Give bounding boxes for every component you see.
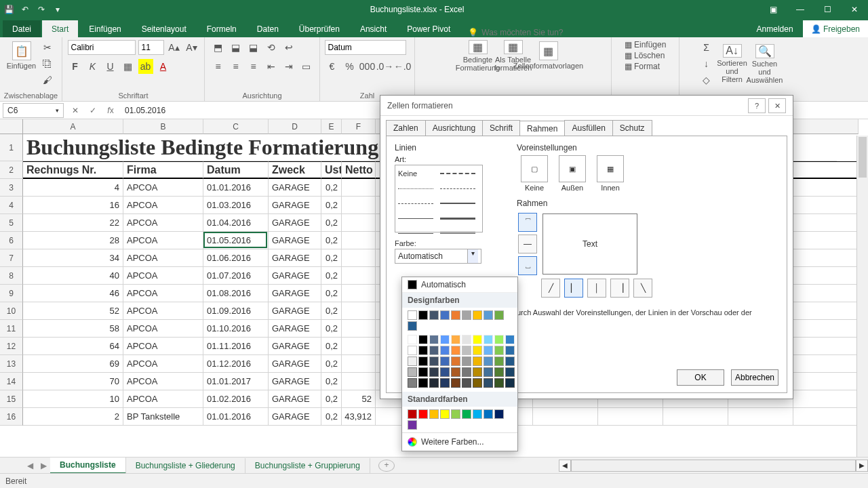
border-left-btn[interactable]: ▏ bbox=[564, 279, 583, 298]
cell[interactable] bbox=[342, 232, 376, 249]
cell[interactable]: 16 bbox=[23, 197, 123, 214]
cell[interactable]: APCOA bbox=[123, 355, 203, 373]
currency-icon[interactable]: € bbox=[325, 59, 340, 74]
cell[interactable] bbox=[793, 179, 859, 197]
cell[interactable]: 01.12.2016 bbox=[203, 355, 269, 373]
cell[interactable]: 28 bbox=[23, 232, 123, 249]
border-top-btn[interactable]: ⎴ bbox=[518, 213, 537, 232]
cell[interactable] bbox=[342, 338, 376, 355]
theme-shade[interactable] bbox=[429, 335, 439, 344]
cell[interactable]: 69 bbox=[23, 355, 123, 373]
dtab-ausfuellen[interactable]: Ausfüllen bbox=[564, 120, 612, 136]
cell[interactable] bbox=[793, 214, 859, 232]
theme-swatch[interactable] bbox=[408, 321, 417, 331]
fx-icon[interactable]: fx bbox=[102, 106, 119, 115]
theme-shade[interactable] bbox=[440, 335, 450, 344]
cell[interactable] bbox=[793, 338, 859, 355]
theme-shade[interactable] bbox=[418, 367, 428, 377]
theme-shade[interactable] bbox=[462, 357, 471, 366]
tab-formulas[interactable]: Formeln bbox=[197, 20, 246, 37]
line-style-5[interactable] bbox=[440, 168, 475, 179]
row-header-6[interactable]: 6 bbox=[0, 232, 23, 249]
cell-styles-button[interactable]: ▦ Zellenformatvorlagen bbox=[534, 40, 563, 71]
tab-insert[interactable]: Einfügen bbox=[79, 20, 130, 37]
cell[interactable] bbox=[342, 373, 376, 390]
merge-icon[interactable]: ▭ bbox=[299, 59, 314, 74]
cell[interactable]: APCOA bbox=[123, 197, 203, 214]
theme-shade[interactable] bbox=[451, 335, 460, 344]
cell[interactable]: 43,912 bbox=[342, 408, 376, 426]
theme-swatch[interactable] bbox=[451, 310, 460, 320]
theme-swatch[interactable] bbox=[429, 310, 439, 320]
border-right-btn[interactable]: ▕ bbox=[610, 279, 629, 298]
border-diag-up-btn[interactable]: ╱ bbox=[541, 279, 560, 298]
cell[interactable] bbox=[793, 355, 859, 373]
grow-font-icon[interactable]: A▴ bbox=[167, 40, 182, 55]
cell[interactable]: GARAGE bbox=[269, 355, 321, 373]
line-style-1[interactable] bbox=[398, 183, 433, 194]
cell[interactable] bbox=[598, 408, 663, 426]
cell[interactable] bbox=[793, 161, 859, 179]
row-header-15[interactable]: 15 bbox=[0, 390, 23, 408]
cell[interactable] bbox=[793, 267, 859, 285]
theme-shade[interactable] bbox=[451, 357, 460, 366]
theme-swatch[interactable] bbox=[418, 310, 428, 320]
cell[interactable] bbox=[342, 267, 376, 285]
cell[interactable] bbox=[342, 355, 376, 373]
sheet-tab-0[interactable]: Buchungsliste bbox=[50, 458, 126, 474]
cell[interactable] bbox=[793, 408, 859, 426]
cell[interactable]: GARAGE bbox=[269, 338, 321, 355]
qat-dropdown-icon[interactable]: ▾ bbox=[52, 5, 64, 14]
row-header-12[interactable]: 12 bbox=[0, 338, 23, 355]
cell[interactable]: APCOA bbox=[123, 285, 203, 302]
shrink-font-icon[interactable]: A▾ bbox=[184, 40, 199, 55]
align-right-icon[interactable]: ≡ bbox=[246, 59, 261, 74]
cell[interactable] bbox=[793, 249, 859, 267]
cell[interactable]: 01.01.2016 bbox=[203, 179, 269, 197]
tell-me[interactable]: 💡 bbox=[468, 28, 604, 37]
border-button[interactable]: ▦ bbox=[121, 59, 136, 74]
cell[interactable]: GARAGE bbox=[269, 214, 321, 232]
cell[interactable]: 01.01.2016 bbox=[203, 408, 269, 426]
cell[interactable]: APCOA bbox=[123, 249, 203, 267]
cell[interactable]: APCOA bbox=[123, 302, 203, 320]
theme-shade[interactable] bbox=[494, 346, 504, 355]
cell[interactable]: 01.03.2016 bbox=[203, 197, 269, 214]
cell[interactable]: 0,2 bbox=[321, 179, 342, 197]
cut-icon[interactable]: ✂ bbox=[40, 40, 55, 55]
theme-shade[interactable] bbox=[494, 378, 504, 388]
dtab-schutz[interactable]: Schutz bbox=[612, 120, 652, 136]
cell[interactable] bbox=[342, 302, 376, 320]
cell[interactable]: 58 bbox=[23, 320, 123, 338]
std-swatch[interactable] bbox=[451, 409, 460, 419]
ribbon-options-icon[interactable]: ▣ bbox=[760, 5, 787, 14]
minimize-icon[interactable]: — bbox=[787, 5, 814, 14]
share-button[interactable]: 👤 Freigeben bbox=[803, 20, 868, 37]
font-name[interactable] bbox=[68, 40, 136, 55]
theme-shade[interactable] bbox=[484, 367, 493, 377]
line-style-3[interactable] bbox=[398, 213, 433, 224]
cell[interactable]: Netto bbox=[342, 161, 376, 179]
theme-shade[interactable] bbox=[484, 346, 493, 355]
preset-outline[interactable]: ▣ bbox=[559, 155, 586, 182]
std-swatch[interactable] bbox=[408, 420, 417, 430]
theme-shade[interactable] bbox=[505, 357, 515, 366]
theme-shade[interactable] bbox=[494, 335, 504, 344]
cell[interactable]: 0,2 bbox=[321, 373, 342, 390]
cell[interactable]: GARAGE bbox=[269, 179, 321, 197]
std-swatch[interactable] bbox=[418, 409, 428, 419]
dtab-rahmen[interactable]: Rahmen bbox=[519, 121, 565, 136]
theme-shade[interactable] bbox=[440, 378, 450, 388]
cell[interactable]: Zweck bbox=[269, 161, 321, 179]
cell[interactable]: 46 bbox=[23, 285, 123, 302]
select-all-corner[interactable] bbox=[0, 119, 23, 134]
cell[interactable]: BP Tankstelle bbox=[123, 408, 203, 426]
font-size[interactable] bbox=[138, 40, 164, 55]
cell[interactable]: 01.04.2016 bbox=[203, 214, 269, 232]
cell[interactable]: 0,2 bbox=[321, 320, 342, 338]
line-style-4[interactable] bbox=[398, 228, 433, 239]
col-header-D[interactable]: D bbox=[269, 119, 321, 134]
chevron-down-icon[interactable]: ▾ bbox=[467, 249, 478, 263]
cell[interactable]: APCOA bbox=[123, 179, 203, 197]
dtab-schrift[interactable]: Schrift bbox=[482, 120, 520, 136]
